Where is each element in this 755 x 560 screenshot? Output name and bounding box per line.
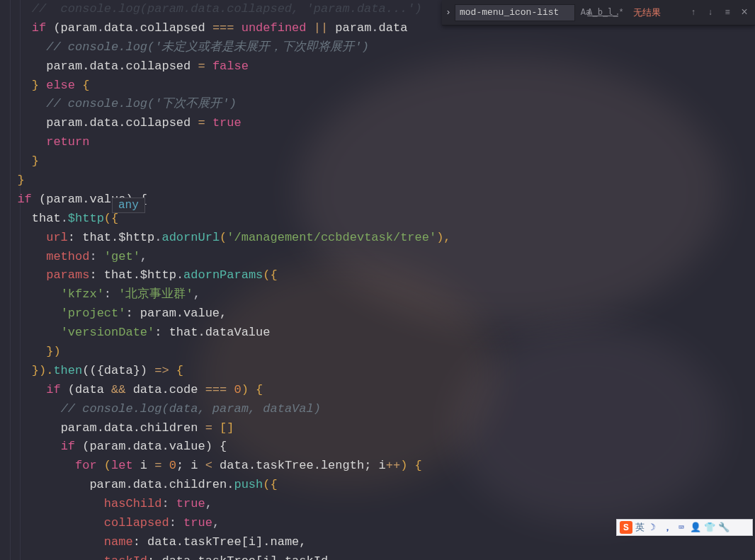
code-line: } else {: [0, 76, 755, 96]
code-line: if (param.data.value) {: [0, 438, 755, 457]
code-line: if (data && data.code === 0) {: [0, 381, 755, 400]
type-hint-text: any: [118, 199, 139, 212]
find-input[interactable]: [455, 4, 575, 21]
toggle-replace-icon[interactable]: ›: [442, 0, 455, 25]
code-line: param.data.collapsed = true: [0, 114, 755, 133]
code-line: // console.log(data, param, dataVal): [0, 400, 755, 419]
code-line: }: [0, 152, 755, 171]
user-icon[interactable]: 👤: [690, 522, 701, 533]
find-next-button[interactable]: ↓: [703, 5, 718, 21]
code-line: 'versionDate': that.dataValue: [0, 324, 755, 343]
code-line: return: [0, 133, 755, 152]
code-line: params: that.$http.adornParams({: [0, 266, 755, 285]
code-line: }: [0, 171, 755, 190]
find-in-selection-button[interactable]: ≡: [720, 5, 735, 21]
code-line: }).then(({data}) => {: [0, 362, 755, 381]
close-find-button[interactable]: ×: [737, 5, 752, 21]
ime-toolbar[interactable]: S 英 ☽ ， ⌨ 👤 👕 🔧: [616, 519, 753, 536]
keyboard-icon[interactable]: ⌨: [676, 522, 687, 533]
type-hint-tooltip: any: [112, 198, 145, 213]
find-previous-button[interactable]: ↑: [686, 5, 701, 21]
code-line: 'project': param.value,: [0, 304, 755, 324]
find-panel: › Aa A̲b̲l̲ ․* 无结果 ↑ ↓ ≡ ×: [442, 0, 755, 25]
match-whole-word-button[interactable]: A̲b̲l̲: [595, 5, 611, 21]
code-line: for (let i = 0; i < data.taskTree.length…: [0, 457, 755, 476]
code-line: taskId: data.taskTree[i].taskId,: [0, 552, 755, 560]
code-line: method: 'get',: [0, 248, 755, 267]
code-line: hasChild: true,: [0, 495, 755, 514]
ime-lang-indicator[interactable]: 英: [635, 521, 645, 534]
code-line: param.data.children = []: [0, 419, 755, 438]
code-line: 'kfzx': '北京事业群',: [0, 285, 755, 304]
moon-icon[interactable]: ☽: [647, 522, 659, 533]
code-line: // console.log('未定义或者是未展开，下次即将展开'): [0, 38, 755, 57]
code-line: param.data.collapsed = false: [0, 57, 755, 76]
use-regex-button[interactable]: ․*: [612, 5, 628, 21]
code-editor[interactable]: // console.log(param.data.collapsed, 'pa…: [0, 0, 755, 560]
settings-icon[interactable]: 🔧: [718, 522, 730, 533]
find-result-count: 无结果: [633, 6, 661, 19]
code-line: // console.log('下次不展开'): [0, 95, 755, 114]
skin-icon[interactable]: 👕: [704, 522, 715, 533]
punctuation-icon[interactable]: ，: [662, 522, 673, 533]
code-line: param.data.children.push({: [0, 476, 755, 495]
code-line: url: that.$http.adornUrl('/management/cc…: [0, 229, 755, 248]
code-line: }): [0, 343, 755, 362]
sogou-ime-logo-icon[interactable]: S: [620, 521, 632, 534]
